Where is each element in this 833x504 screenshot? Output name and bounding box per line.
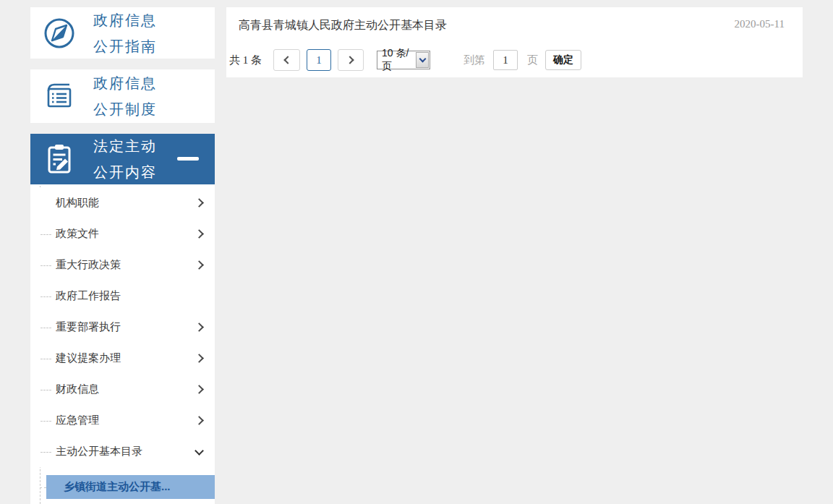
ledger-icon [43,80,76,113]
chevron-right-icon [195,229,204,239]
current-page-button[interactable]: 1 [307,49,331,71]
pagination-bar: 共 1 条 1 10 条/页 到第 页 确定 [226,48,803,72]
pagination-total: 共 1 条 [229,54,262,67]
submenu-item-label: 建议提案办理 [56,351,121,365]
goto-page-unit: 页 [527,54,538,67]
page-size-value: 10 条/页 [382,47,416,73]
page-size-select[interactable]: 10 条/页 [377,51,430,69]
compass-icon [43,17,76,50]
submenu-item-label: 主动公开基本目录 [56,445,142,458]
prev-page-button[interactable] [273,49,300,71]
submenu-item-label: 财政信息 [56,383,99,396]
goto-page-label: 到第 [464,54,485,67]
tree-connector [40,296,51,297]
minus-icon[interactable] [177,157,199,161]
submenu-items: 机构职能 政策文件 重大行政决策 政府工作报告 重要部署执行 建议提案办理 财政… [30,184,215,467]
tree-connector [40,328,51,328]
tree-connector [40,390,51,390]
chevron-right-icon [195,198,204,208]
tree-connector [40,265,51,266]
next-page-button[interactable] [338,49,364,71]
list-item-title[interactable]: 高青县青城镇人民政府主动公开基本目录 [239,18,447,33]
tree-connector [40,452,51,453]
goto-page-input[interactable] [493,50,518,70]
sidebar-submenu-item[interactable]: 主动公开基本目录 [30,436,215,467]
chevron-right-icon [195,416,204,425]
tree-connector [40,421,51,422]
sidebar-submenu-item[interactable]: 机构职能 [30,187,215,218]
list-item-date: 2020-05-11 [735,18,785,30]
chevron-right-icon [195,323,204,332]
submenu-item-label: 重要部署执行 [56,320,121,334]
confirm-button[interactable]: 确定 [545,50,581,70]
sidebar-submenu: 机构职能 政策文件 重大行政决策 政府工作报告 重要部署执行 建议提案办理 财政… [30,184,215,504]
sidebar-item-label: 政府信息 公开指南 [93,7,157,59]
submenu-item-label: 政策文件 [56,227,99,241]
sidebar-submenu-item[interactable]: 应急管理 [30,405,215,436]
submenu-item-label: 重大行政决策 [56,258,121,272]
sidebar-item-institution[interactable]: 政府信息 公开制度 [30,69,215,123]
sidebar-submenu-item[interactable]: 政府工作报告 [30,281,215,312]
submenu-item-label: 机构职能 [56,196,99,210]
clipboard-pencil-icon [43,142,76,176]
sidebar-submenu-item[interactable]: 重大行政决策 [30,249,215,281]
chevron-down-icon [195,446,204,456]
sidebar-item-label: 法定主动 公开内容 [93,133,157,185]
submenu-child-label: 乡镇街道主动公开基... [64,480,171,494]
chevron-right-icon [195,260,204,270]
chevron-right-icon [195,385,204,394]
chevron-right-icon [195,354,204,363]
chevron-down-icon [419,56,426,63]
tree-connector [40,359,51,359]
submenu-item-label: 政府工作报告 [56,289,121,303]
sidebar-submenu-item[interactable]: 财政信息 [30,374,215,405]
tree-connector [40,234,51,235]
sidebar: 政府信息 公开指南 政府信息 公开制度 [30,0,215,504]
sidebar-submenu-item[interactable]: 政策文件 [30,218,215,249]
content-panel: 高青县青城镇人民政府主动公开基本目录 2020-05-11 共 1 条 1 10… [226,7,803,77]
sidebar-item-guide[interactable]: 政府信息 公开指南 [30,7,215,59]
submenu-child-active[interactable]: 乡镇街道主动公开基... [46,475,215,499]
sidebar-submenu-item[interactable]: 建议提案办理 [30,343,215,374]
sidebar-item-label: 政府信息 公开制度 [93,70,157,122]
chevron-right-icon [346,56,354,64]
dropdown-arrow-icon[interactable] [416,52,429,68]
sidebar-item-statutory-active[interactable]: 法定主动 公开内容 [30,134,215,184]
submenu-item-label: 应急管理 [56,414,99,427]
list-item: 高青县青城镇人民政府主动公开基本目录 2020-05-11 [226,7,803,33]
sidebar-submenu-item[interactable]: 重要部署执行 [30,312,215,343]
chevron-left-icon [283,56,291,64]
